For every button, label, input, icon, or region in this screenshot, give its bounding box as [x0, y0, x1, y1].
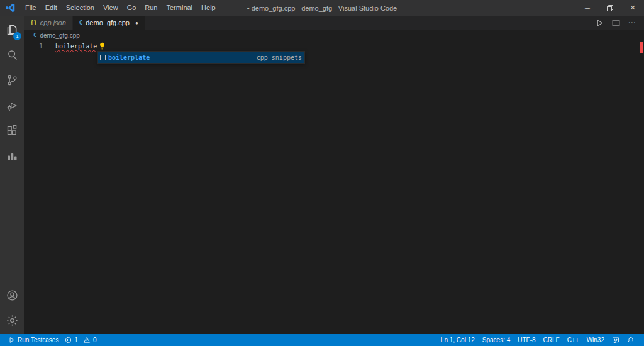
tab-label: demo_gfg.cpp [86, 19, 130, 26]
sidebar-item-run-and-debug[interactable] [0, 94, 24, 119]
error-icon [65, 337, 72, 343]
gear-icon [6, 314, 19, 330]
menu-item-go[interactable]: Go [123, 0, 141, 16]
menu-item-file[interactable]: File [21, 0, 41, 16]
modified-dot-icon[interactable]: ● [135, 20, 138, 26]
breadcrumb-filename: demo_gfg.cpp [40, 32, 79, 39]
status-bar: Run Testcases 1 0 Ln 1, Col 12 Spaces: 4… [0, 334, 644, 346]
suggest-item-boilerplate[interactable]: boilerplate cpp snippets [98, 52, 304, 63]
error-marker [640, 42, 643, 53]
warning-icon [83, 337, 91, 343]
overview-ruler[interactable] [638, 41, 644, 334]
language-mode[interactable]: C++ [564, 334, 582, 346]
bar-chart-icon [6, 149, 19, 165]
problems-indicator[interactable]: 1 0 [62, 334, 99, 346]
menu-item-run[interactable]: Run [140, 0, 162, 16]
editor-actions: ⋯ [592, 16, 644, 30]
status-bar-right: Ln 1, Col 12 Spaces: 4 UTF-8 CRLF C++ Wi… [438, 334, 638, 346]
explorer-badge: 1 [13, 32, 21, 40]
window-controls: ─ ✕ [576, 0, 644, 16]
cursor-position[interactable]: Ln 1, Col 12 [438, 334, 478, 346]
vscode-logo-icon [6, 3, 16, 13]
tab-cpp-json[interactable]: {} cpp.json [24, 16, 73, 30]
run-code-button[interactable] [592, 16, 606, 30]
suggest-detail: cpp snippets [257, 54, 302, 61]
tab-demo-gfg-cpp[interactable]: C demo_gfg.cpp ● [73, 16, 145, 30]
indentation-setting[interactable]: Spaces: 4 [479, 334, 513, 346]
platform-indicator[interactable]: Win32 [584, 334, 608, 346]
snippet-icon [100, 55, 106, 60]
feedback-button[interactable] [609, 334, 623, 346]
bell-icon [627, 337, 635, 344]
editor-group: {} cpp.json C demo_gfg.cpp ● ⋯ [24, 16, 644, 334]
more-actions-button[interactable]: ⋯ [625, 16, 639, 30]
eol-setting[interactable]: CRLF [540, 334, 563, 346]
feedback-smiley-icon [612, 337, 619, 344]
account-icon [6, 289, 19, 304]
suggest-widget: boilerplate cpp snippets [97, 51, 305, 64]
warning-count: 0 [93, 337, 97, 343]
search-icon [6, 48, 19, 64]
sidebar-item-search[interactable] [0, 43, 24, 69]
activity-bar: 1 [0, 16, 24, 334]
line-number: 1 [24, 43, 43, 50]
text-cursor [97, 42, 97, 50]
menu-item-selection[interactable]: Selection [62, 0, 99, 16]
cpp-file-icon: C [33, 32, 36, 38]
run-testcases-button[interactable]: Run Testcases [5, 334, 62, 346]
menu-item-edit[interactable]: Edit [41, 0, 62, 16]
sidebar-item-source-control[interactable] [0, 69, 24, 94]
close-icon[interactable]: ✕ [621, 0, 644, 16]
encoding-setting[interactable]: UTF-8 [514, 334, 538, 346]
run-debug-icon [6, 99, 19, 114]
minimize-icon[interactable]: ─ [576, 0, 599, 16]
settings-button[interactable] [0, 309, 24, 334]
title-bar: File Edit Selection View Go Run Terminal… [0, 0, 644, 16]
error-count: 1 [74, 337, 78, 343]
suggest-label: boilerplate [108, 54, 150, 61]
json-file-icon: {} [30, 20, 37, 26]
run-testcases-label: Run Testcases [18, 337, 58, 343]
account-button[interactable] [0, 284, 24, 309]
sidebar-item-extensions[interactable] [0, 119, 24, 144]
lightbulb-icon[interactable] [99, 42, 106, 50]
ellipsis-icon: ⋯ [628, 18, 636, 27]
restore-icon[interactable] [599, 0, 621, 16]
extensions-icon [6, 124, 19, 140]
menu-item-help[interactable]: Help [197, 0, 220, 16]
main-area: 1 [0, 16, 644, 334]
code-line-1: 1 boilerplate [24, 41, 644, 51]
code-token-boilerplate: boilerplate [55, 43, 97, 50]
vscode-window: File Edit Selection View Go Run Terminal… [0, 0, 644, 346]
breadcrumb[interactable]: C demo_gfg.cpp [24, 30, 644, 41]
sidebar-item-testcase-results[interactable] [0, 144, 24, 169]
git-branch-icon [6, 74, 19, 89]
code-editor[interactable]: 1 boilerplate boilerplate cpp snippe [24, 41, 644, 334]
menu-item-view[interactable]: View [99, 0, 123, 16]
menu-item-terminal[interactable]: Terminal [162, 0, 197, 16]
split-editor-button[interactable] [609, 16, 623, 30]
status-bar-left: Run Testcases 1 0 [5, 334, 100, 346]
sidebar-item-explorer[interactable]: 1 [0, 18, 24, 43]
cpp-file-icon: C [79, 20, 82, 26]
tab-label: cpp.json [40, 19, 66, 26]
tab-bar: {} cpp.json C demo_gfg.cpp ● ⋯ [24, 16, 644, 30]
notifications-button[interactable] [624, 334, 638, 346]
play-icon [8, 337, 15, 343]
